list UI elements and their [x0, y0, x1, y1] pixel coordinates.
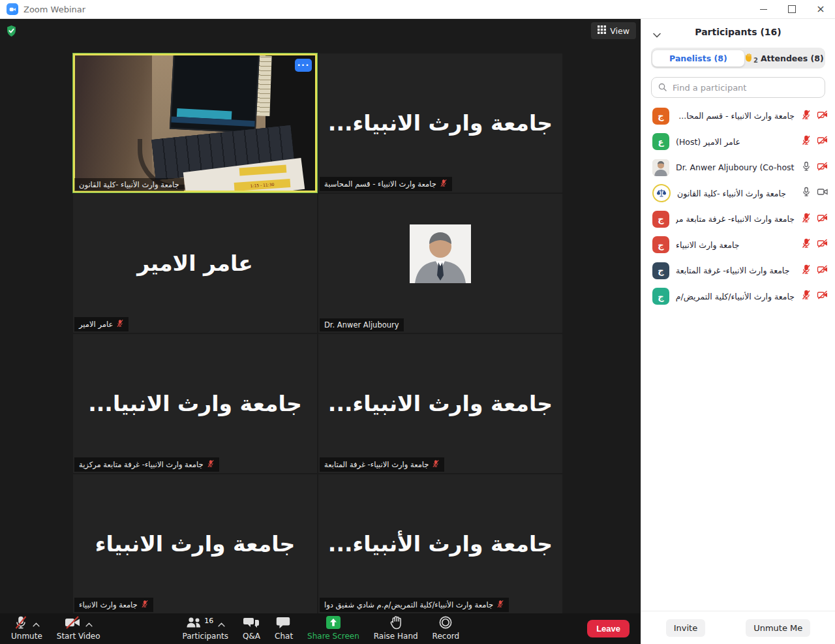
video-tile[interactable]: Dr. Anwer Aljuboury — [318, 194, 562, 333]
video-tile[interactable]: جامعة وارث الانبياء...جامعة وارث الانبيا… — [318, 334, 562, 473]
participant-row[interactable]: جامعة وارث الأنبياء -كلية القانون — [641, 181, 835, 207]
tab-attendees[interactable]: 2 Attendees (8) — [744, 50, 824, 67]
tile-display-name: عامر الامير — [73, 194, 317, 333]
raise-hand-icon — [389, 615, 402, 632]
tile-name-label: جامعة وارث الأنبياء/كلية التمريض/م.م شاد… — [320, 598, 509, 612]
participant-avatar: ج — [652, 211, 669, 228]
video-tile[interactable]: جامعة وارث الأنبياء...جامعة وارث الأنبيا… — [318, 474, 562, 613]
mic-muted-icon — [801, 213, 812, 226]
record-icon — [438, 615, 453, 632]
video-off-icon — [817, 110, 828, 123]
participant-avatar: ج — [652, 288, 669, 305]
video-area: View 1:15 - 11:30 جامعة وارث الأنبياء -ك… — [0, 18, 640, 644]
tab-panelists[interactable]: Panelists (8) — [652, 50, 744, 67]
chevron-up-icon[interactable] — [218, 617, 225, 630]
participant-avatar: ج — [652, 108, 669, 125]
view-button[interactable]: View — [591, 22, 636, 39]
tile-name-label: عامر الامير — [74, 317, 129, 331]
invite-button[interactable]: Invite — [666, 619, 705, 637]
unmute-me-button[interactable]: Unmute Me — [746, 619, 810, 637]
collapse-chevron-icon[interactable] — [653, 28, 661, 40]
chevron-up-icon[interactable] — [33, 617, 40, 630]
chat-bubble-icon — [276, 615, 292, 632]
video-tile[interactable]: جامعة وارث الانبياءجامعة وارث الانبياء — [73, 474, 317, 613]
participant-row[interactable]: ع عامر الامير (Host) — [641, 129, 835, 155]
video-tile-grid: 1:15 - 11:30 جامعة وارث الأنبياء -كلية ا… — [73, 54, 562, 613]
participant-name: جامعة وارث الانبياء - قسم المحا... (Me) — [676, 111, 795, 121]
mic-muted-icon — [801, 290, 812, 303]
share-screen-button[interactable]: Share Screen — [300, 615, 367, 643]
participants-panel: Participants (16) Panelists (8) 2 Attend… — [641, 18, 835, 644]
video-tile[interactable]: 1:15 - 11:30 جامعة وارث الأنبياء -كلية ا… — [73, 54, 317, 192]
share-screen-icon — [326, 615, 341, 632]
participant-row[interactable]: ج جامعة وارث الانبياء- غرفة المتابعة — [641, 258, 835, 284]
tab-attendees-label: Attendees (8) — [761, 54, 824, 63]
participant-name: جامعة وارث الانبياء- غرفة المتابعة — [676, 266, 795, 275]
tile-name-label: جامعة وارث الانبياء- غرفة المتابعة — [320, 457, 444, 472]
search-input[interactable] — [671, 82, 818, 93]
mic-on-icon — [801, 161, 812, 174]
participant-row[interactable]: ج جامعة وارث الانبياء - قسم المحا... (Me… — [641, 103, 835, 129]
video-off-icon — [817, 135, 828, 148]
chevron-up-icon[interactable] — [85, 617, 93, 630]
toolbar-item-label: Share Screen — [307, 632, 359, 641]
mic-slash-icon — [14, 615, 28, 632]
participant-row[interactable]: ج جامعة وارث الانبياء- غرفة متابعة مرك..… — [641, 206, 835, 232]
participants-button[interactable]: 16 Participants — [175, 615, 236, 643]
participant-name: جامعة وارث الانبياء- غرفة متابعة مرك... — [676, 214, 795, 224]
participant-avatar: ع — [652, 133, 669, 150]
qa-bubbles-icon — [243, 615, 260, 632]
tile-name-label: جامعة وارث الأنبياء -كلية القانون — [74, 178, 184, 191]
video-tile[interactable]: عامر الاميرعامر الامير — [73, 194, 317, 333]
window-title: Zoom Webinar — [23, 5, 85, 14]
profile-photo — [410, 224, 471, 286]
view-button-label: View — [610, 26, 630, 36]
participant-name: جامعة وارث الأنبياء -كلية القانون — [677, 189, 795, 198]
university-logo-avatar — [652, 184, 671, 202]
participant-name: جامعة وارث الانبياء — [676, 240, 795, 250]
minimize-button[interactable] — [749, 0, 778, 18]
video-tile[interactable]: جامعة وارث الانبياء...جامعة وارث الانبيا… — [318, 54, 562, 192]
security-shield-icon[interactable] — [6, 25, 17, 40]
participants-tabs: Panelists (8) 2 Attendees (8) — [651, 48, 825, 69]
video-off-icon — [817, 213, 828, 226]
chat-button[interactable]: Chat — [267, 615, 300, 643]
tile-display-name: جامعة وارث الانبياء — [73, 474, 317, 613]
video-tile[interactable]: جامعة وارث الانبيا...جامعة وارث الانبياء… — [73, 334, 317, 473]
record-button[interactable]: Record — [425, 615, 466, 643]
participant-row[interactable]: Dr. Anwer Aljuboury (Co-host) — [641, 155, 835, 181]
participant-avatar — [652, 159, 669, 176]
toolbar-item-label: Record — [433, 632, 459, 641]
raise-hand-button[interactable]: Raise Hand — [367, 615, 425, 643]
video-off-icon — [817, 161, 828, 174]
participant-count-badge: 16 — [204, 617, 213, 625]
close-button[interactable]: × — [806, 0, 835, 18]
start-video-button[interactable]: Start Video — [50, 615, 108, 643]
toolbar-item-label: Chat — [275, 632, 293, 641]
video-off-icon — [817, 238, 828, 251]
mic-on-icon — [801, 187, 812, 200]
search-icon — [658, 82, 667, 94]
tile-more-options-button[interactable]: ••• — [295, 59, 312, 72]
toolbar-item-label: Start Video — [57, 632, 100, 641]
unmute-button[interactable]: Unmute — [4, 615, 50, 643]
participant-row[interactable]: ج جامعة وارث الأنبياء/كلية التمريض/م.م..… — [641, 284, 835, 310]
grid-view-icon — [598, 25, 606, 36]
zoom-logo-icon — [7, 3, 18, 15]
maximize-button[interactable] — [778, 0, 806, 18]
toolbar-item-label: Raise Hand — [374, 632, 418, 641]
participants-header: Participants (16) — [641, 18, 835, 46]
participant-row[interactable]: ج جامعة وارث الانبياء — [641, 232, 835, 258]
mic-muted-icon — [801, 110, 812, 123]
toolbar-item-label: Unmute — [11, 632, 42, 641]
muted-mic-icon — [207, 459, 215, 470]
tile-display-name: جامعة وارث الانبياء... — [318, 334, 562, 473]
mic-muted-icon — [801, 264, 812, 277]
raised-hands-count: 2 — [753, 57, 758, 64]
qa-button[interactable]: Q&A — [235, 615, 267, 643]
video-on-icon — [817, 187, 828, 200]
video-off-icon — [817, 290, 828, 303]
leave-button[interactable]: Leave — [587, 620, 630, 637]
participant-name: جامعة وارث الأنبياء/كلية التمريض/م.م... — [676, 292, 795, 301]
muted-mic-icon — [440, 179, 448, 189]
